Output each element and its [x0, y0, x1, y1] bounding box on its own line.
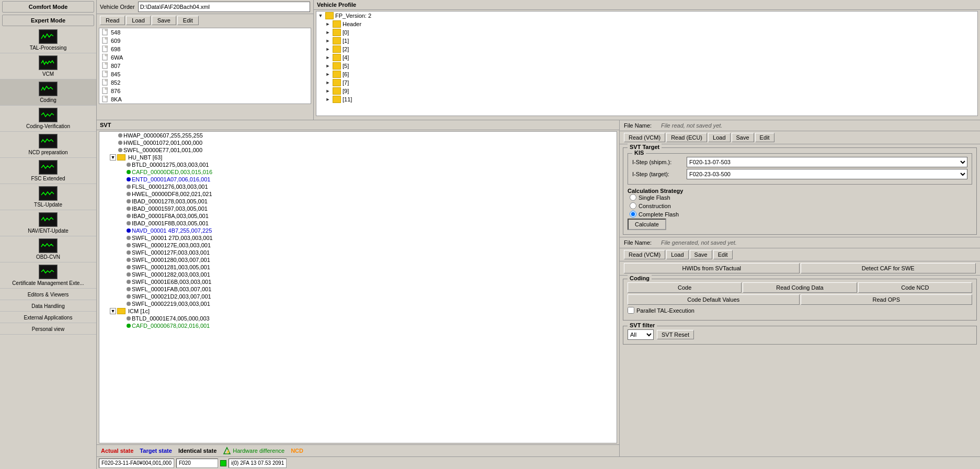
svt-item-swfl11[interactable]: SWFL_00002219,003,003,001	[99, 300, 617, 307]
expand-icon-9[interactable]: ►	[325, 88, 331, 94]
istep-shipm-select[interactable]: F020-13-07-503	[687, 157, 967, 167]
svt-item-btld1[interactable]: BTLD_00001275,003,003,001	[99, 161, 617, 168]
svt-item-cafd1[interactable]: CAFD_00000DED,003,015,016	[99, 168, 617, 176]
svt-item-swfl8[interactable]: SWFL_00001E6B,003,003,001	[99, 278, 617, 285]
calculate-button[interactable]: Calculate	[628, 219, 666, 230]
svt-item-hwap[interactable]: HWAP_00000607,255,255,255	[99, 132, 617, 139]
sidebar-item-tsl-update[interactable]: TSL-Update	[0, 184, 96, 210]
expand-icon-2[interactable]: ►	[325, 46, 331, 52]
svt-item-swfl5[interactable]: SWFL_00001280,003,007,001	[99, 256, 617, 264]
expand-icon-header[interactable]: ►	[325, 21, 331, 27]
sidebar-item-vcm[interactable]: VCM	[0, 53, 96, 79]
expand-icon-0[interactable]: ►	[325, 29, 331, 36]
vehicle-order-load-button[interactable]: Load	[126, 16, 150, 25]
svt-item-swfl3[interactable]: SWFL_0000127E,003,003,001	[99, 242, 617, 249]
code-button[interactable]: Code	[628, 282, 742, 293]
hwids-from-svtactual-button[interactable]: HWIDs from SVTactual	[624, 263, 800, 273]
read-ops-button[interactable]: Read OPS	[801, 294, 973, 305]
expand-icon-11[interactable]: ►	[325, 96, 331, 102]
svt-item-hwel1[interactable]: HWEL_00001072,001,000,000	[99, 139, 617, 146]
expand-icon-5[interactable]: ►	[325, 63, 331, 69]
vo-tree-item-698[interactable]: 698	[99, 45, 311, 53]
vp-item-0[interactable]: ► [0]	[316, 28, 977, 37]
sidebar-item-nav-ent-update[interactable]: NAV/ENT-Update	[0, 210, 96, 236]
svt-item-swfl6[interactable]: SWFL_00001281,003,005,001	[99, 264, 617, 271]
radio-construction[interactable]: Construction	[630, 202, 972, 209]
svt-item-ibad2[interactable]: IBAD_00001597,003,005,001	[99, 205, 617, 212]
parallel-tal-checkbox[interactable]	[628, 307, 634, 314]
svt-item-swfl2[interactable]: SWFL_00001 27D,003,003,001	[99, 234, 617, 242]
detect-caf-button[interactable]: Detect CAF for SWE	[801, 263, 976, 273]
load-button[interactable]: Load	[708, 133, 730, 142]
svt-filter-select[interactable]: All	[628, 329, 654, 340]
vo-tree-item-845[interactable]: 845	[99, 70, 311, 78]
svt-item-hu-nbt[interactable]: ▼ HU_NBT [63]	[99, 154, 617, 161]
save-button[interactable]: Save	[732, 133, 754, 142]
svt-item-cafd2[interactable]: CAFD_00000678,002,016,001	[99, 322, 617, 329]
vehicle-order-save-button[interactable]: Save	[152, 16, 176, 25]
vp-root-item[interactable]: ▼ FP_Version: 2	[316, 12, 977, 20]
read-vcm-button[interactable]: Read (VCM)	[624, 133, 665, 142]
svt-reset-button[interactable]: SVT Reset	[657, 330, 694, 339]
sidebar-item-personal-view[interactable]: Personal view	[0, 323, 96, 335]
vp-item-9[interactable]: ► [9]	[316, 87, 977, 95]
expert-mode-button[interactable]: Expert Mode	[2, 15, 94, 26]
edit-button[interactable]: Edit	[755, 133, 774, 142]
expand-icon-root[interactable]: ▼	[317, 13, 324, 19]
code-ncd-button[interactable]: Code NCD	[858, 282, 972, 293]
read-coding-data-button[interactable]: Read Coding Data	[743, 282, 857, 293]
svt-item-icm[interactable]: ▼ ICM [1c]	[99, 307, 617, 315]
expand-icon-6[interactable]: ►	[325, 71, 331, 77]
svt-item-ibad4[interactable]: IBAD_00001F8B,003,005,001	[99, 220, 617, 227]
svt-item-swfl7[interactable]: SWFL_00001282,003,003,001	[99, 271, 617, 278]
svt-item-flsl[interactable]: FLSL_00001276,003,003,001	[99, 183, 617, 190]
expand-icon-1[interactable]: ►	[325, 38, 331, 44]
radio-single-flash[interactable]: Single Flash	[630, 194, 972, 201]
vp-header-item[interactable]: ► Header	[316, 20, 977, 28]
sidebar-item-obd-cvn[interactable]: OBD-CVN	[0, 236, 96, 262]
radio-single-flash-input[interactable]	[630, 194, 636, 201]
svt-item-ibad3[interactable]: IBAD_00001F8A,003,005,001	[99, 212, 617, 220]
vp-item-4[interactable]: ► [4]	[316, 53, 977, 62]
read-ecu-button[interactable]: Read (ECU)	[666, 133, 707, 142]
svt-item-navd[interactable]: NAVD_00001 4B7,255,007,225	[99, 227, 617, 234]
expand-icon-7[interactable]: ►	[325, 79, 331, 86]
vo-tree-item-807[interactable]: 807	[99, 62, 311, 70]
sidebar-item-tal-processing[interactable]: TAL-Processing	[0, 27, 96, 53]
svt-item-btld2[interactable]: BTLD_00001E74,005,000,003	[99, 315, 617, 322]
load2-button[interactable]: Load	[666, 250, 688, 259]
radio-construction-input[interactable]	[630, 202, 636, 209]
sidebar-item-coding[interactable]: Coding	[0, 79, 96, 106]
vp-item-11[interactable]: ► [11]	[316, 95, 977, 104]
comfort-mode-button[interactable]: Comfort Mode	[2, 1, 94, 13]
sidebar-item-data-handling[interactable]: Data Handling	[0, 300, 96, 312]
vehicle-order-edit-button[interactable]: Edit	[177, 16, 199, 25]
radio-complete-flash[interactable]: Complete Flash	[630, 211, 972, 218]
save2-button[interactable]: Save	[690, 250, 712, 259]
vp-item-5[interactable]: ► [5]	[316, 62, 977, 70]
edit2-button[interactable]: Edit	[713, 250, 733, 259]
code-default-values-button[interactable]: Code Default Values	[628, 294, 800, 305]
expand-icon-4[interactable]: ►	[325, 54, 331, 61]
read-vcm2-button[interactable]: Read (VCM)	[624, 250, 665, 259]
sidebar-item-external-apps[interactable]: External Applications	[0, 312, 96, 323]
svt-item-swfl10[interactable]: SWFL_000021D2,003,007,001	[99, 293, 617, 300]
vp-item-1[interactable]: ► [1]	[316, 37, 977, 45]
sidebar-item-editors-viewers[interactable]: Editors & Viewers	[0, 289, 96, 300]
vp-item-2[interactable]: ► [2]	[316, 45, 977, 53]
sidebar-item-ncd-preparation[interactable]: NCD preparation	[0, 132, 96, 158]
svt-item-ibad1[interactable]: IBAD_00001278,003,005,001	[99, 198, 617, 205]
radio-complete-flash-input[interactable]	[630, 211, 636, 218]
vo-tree-item-852[interactable]: 852	[99, 78, 311, 87]
svt-item-hwel2[interactable]: HWEL_00000DF8,002,021,021	[99, 190, 617, 198]
istep-target-select[interactable]: F020-23-03-500	[687, 169, 967, 179]
vo-tree-item-548[interactable]: 548	[99, 28, 311, 37]
svt-item-swfl9[interactable]: SWFL_00001FAB,003,007,001	[99, 285, 617, 293]
vo-tree-item-6wa[interactable]: 6WA	[99, 53, 311, 62]
sidebar-item-fsc-extended[interactable]: FSC Extended	[0, 158, 96, 184]
svt-item-swfl4[interactable]: SWFL_0000127F,003,003,001	[99, 249, 617, 256]
svt-item-entd[interactable]: ENTD_00001A07,006,016,001	[99, 176, 617, 183]
vp-item-7[interactable]: ► [7]	[316, 78, 977, 87]
sidebar-item-coding-verification[interactable]: Coding-Verification	[0, 106, 96, 132]
collapse-btn-hu-nbt[interactable]: ▼	[110, 154, 116, 161]
